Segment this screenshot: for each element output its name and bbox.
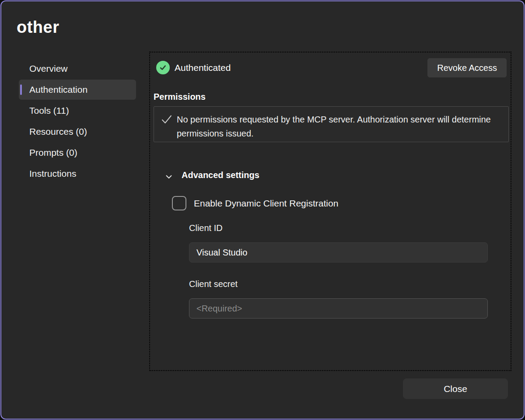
client-id-input[interactable] xyxy=(189,242,488,262)
dynamic-registration-row: Enable Dynamic Client Registration xyxy=(150,196,511,211)
sidebar-item-label: Authentication xyxy=(29,84,88,95)
sidebar-item-instructions[interactable]: Instructions xyxy=(19,164,136,184)
sidebar-item-tools[interactable]: Tools (11) xyxy=(19,101,136,121)
sidebar-item-label: Instructions xyxy=(29,168,76,179)
permissions-message: No permissions requested by the MCP serv… xyxy=(177,112,492,140)
auth-status-row: Authenticated Revoke Access xyxy=(150,58,511,77)
close-button[interactable]: Close xyxy=(403,378,508,399)
sidebar-item-overview[interactable]: Overview xyxy=(19,59,136,79)
sidebar-item-authentication[interactable]: Authentication xyxy=(19,80,136,100)
revoke-access-button[interactable]: Revoke Access xyxy=(427,58,507,77)
authenticated-check-circle-icon xyxy=(156,61,170,74)
chevron-down-icon xyxy=(165,173,173,181)
sidebar-item-label: Overview xyxy=(29,63,68,74)
authentication-panel: Authenticated Revoke Access Permissions … xyxy=(149,52,511,371)
client-id-label: Client ID xyxy=(189,223,223,233)
client-secret-input[interactable] xyxy=(189,298,488,318)
checkmark-icon xyxy=(161,114,172,125)
sidebar-item-label: Tools (11) xyxy=(29,105,69,116)
sidebar-item-resources[interactable]: Resources (0) xyxy=(19,122,136,142)
selection-accent-bar xyxy=(20,84,22,95)
permissions-box: No permissions requested by the MCP serv… xyxy=(154,106,509,142)
sidebar-item-prompts[interactable]: Prompts (0) xyxy=(19,143,136,163)
permissions-heading: Permissions xyxy=(154,92,206,102)
client-secret-label: Client secret xyxy=(189,279,238,289)
advanced-settings-header[interactable]: Advanced settings xyxy=(150,170,511,183)
page-title: other xyxy=(17,18,60,37)
enable-dynamic-client-registration-label: Enable Dynamic Client Registration xyxy=(194,196,338,211)
mcp-server-dialog: other Overview Authentication Tools (11)… xyxy=(0,0,525,420)
sidebar: Overview Authentication Tools (11) Resou… xyxy=(19,59,136,185)
sidebar-item-label: Resources (0) xyxy=(29,126,87,137)
enable-dynamic-client-registration-checkbox[interactable] xyxy=(172,196,186,210)
auth-status-label: Authenticated xyxy=(175,58,231,77)
advanced-settings-heading: Advanced settings xyxy=(182,170,259,180)
sidebar-item-label: Prompts (0) xyxy=(29,147,77,158)
